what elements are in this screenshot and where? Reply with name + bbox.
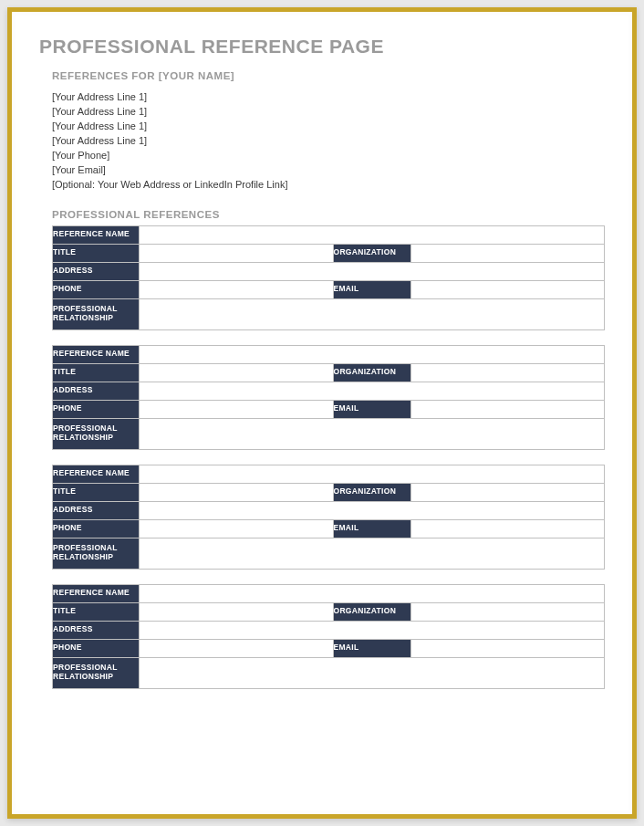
contact-line: [Your Email] <box>52 163 605 178</box>
label-professional-relationship: PROFESSIONAL RELATIONSHIP <box>53 538 140 569</box>
label-email: EMAIL <box>333 519 410 538</box>
value-address[interactable] <box>140 262 605 280</box>
value-title[interactable] <box>140 244 334 262</box>
value-email[interactable] <box>410 519 605 538</box>
label-professional-relationship: PROFESSIONAL RELATIONSHIP <box>53 418 140 449</box>
label-phone: PHONE <box>53 639 140 657</box>
value-organization[interactable] <box>410 602 605 621</box>
contact-line: [Your Address Line 1] <box>52 105 605 120</box>
value-phone[interactable] <box>140 400 334 418</box>
value-professional-relationship[interactable] <box>140 538 605 569</box>
value-professional-relationship[interactable] <box>140 298 605 329</box>
label-organization: ORGANIZATION <box>333 244 410 262</box>
label-title: TITLE <box>53 602 140 621</box>
value-reference-name[interactable] <box>140 345 605 363</box>
label-reference-name: REFERENCE NAME <box>53 465 140 483</box>
value-address[interactable] <box>140 382 605 400</box>
label-phone: PHONE <box>53 400 140 418</box>
reference-block: REFERENCE NAME TITLE ORGANIZATION ADDRES… <box>52 345 605 450</box>
label-address: ADDRESS <box>53 382 140 400</box>
label-address: ADDRESS <box>53 501 140 519</box>
contact-line: [Optional: Your Web Address or LinkedIn … <box>52 178 605 193</box>
value-title[interactable] <box>140 363 334 382</box>
label-title: TITLE <box>53 483 140 501</box>
reference-block: REFERENCE NAME TITLE ORGANIZATION ADDRES… <box>52 584 605 689</box>
value-organization[interactable] <box>410 363 605 382</box>
contact-block: [Your Address Line 1] [Your Address Line… <box>52 90 605 193</box>
value-phone[interactable] <box>140 519 334 538</box>
label-address: ADDRESS <box>53 262 140 280</box>
label-email: EMAIL <box>333 280 410 298</box>
label-email: EMAIL <box>333 400 410 418</box>
label-professional-relationship: PROFESSIONAL RELATIONSHIP <box>53 657 140 688</box>
reference-block: REFERENCE NAME TITLE ORGANIZATION ADDRES… <box>52 225 605 330</box>
value-title[interactable] <box>140 602 334 621</box>
value-email[interactable] <box>410 280 605 298</box>
document-page: PROFESSIONAL REFERENCE PAGE REFERENCES F… <box>16 16 628 810</box>
value-address[interactable] <box>140 621 605 639</box>
value-reference-name[interactable] <box>140 465 605 483</box>
value-organization[interactable] <box>410 244 605 262</box>
value-title[interactable] <box>140 483 334 501</box>
label-reference-name: REFERENCE NAME <box>53 345 140 363</box>
contact-line: [Your Address Line 1] <box>52 90 605 105</box>
label-reference-name: REFERENCE NAME <box>53 584 140 602</box>
label-organization: ORGANIZATION <box>333 363 410 382</box>
value-address[interactable] <box>140 501 605 519</box>
label-organization: ORGANIZATION <box>333 602 410 621</box>
label-reference-name: REFERENCE NAME <box>53 225 140 244</box>
label-title: TITLE <box>53 363 140 382</box>
label-email: EMAIL <box>333 639 410 657</box>
contact-line: [Your Address Line 1] <box>52 134 605 149</box>
contact-line: [Your Phone] <box>52 149 605 163</box>
label-title: TITLE <box>53 244 140 262</box>
value-reference-name[interactable] <box>140 225 605 244</box>
value-phone[interactable] <box>140 639 334 657</box>
contact-line: [Your Address Line 1] <box>52 120 605 134</box>
reference-block: REFERENCE NAME TITLE ORGANIZATION ADDRES… <box>52 465 605 570</box>
page-title: PROFESSIONAL REFERENCE PAGE <box>39 36 605 58</box>
label-address: ADDRESS <box>53 621 140 639</box>
value-professional-relationship[interactable] <box>140 418 605 449</box>
value-email[interactable] <box>410 400 605 418</box>
professional-references-heading: PROFESSIONAL REFERENCES <box>52 209 605 220</box>
label-phone: PHONE <box>53 280 140 298</box>
label-phone: PHONE <box>53 519 140 538</box>
value-reference-name[interactable] <box>140 584 605 602</box>
label-organization: ORGANIZATION <box>333 483 410 501</box>
document-frame: PROFESSIONAL REFERENCE PAGE REFERENCES F… <box>7 7 637 819</box>
value-organization[interactable] <box>410 483 605 501</box>
value-professional-relationship[interactable] <box>140 657 605 688</box>
label-professional-relationship: PROFESSIONAL RELATIONSHIP <box>53 298 140 329</box>
value-email[interactable] <box>410 639 605 657</box>
references-for-heading: REFERENCES FOR [YOUR NAME] <box>52 70 605 81</box>
value-phone[interactable] <box>140 280 334 298</box>
